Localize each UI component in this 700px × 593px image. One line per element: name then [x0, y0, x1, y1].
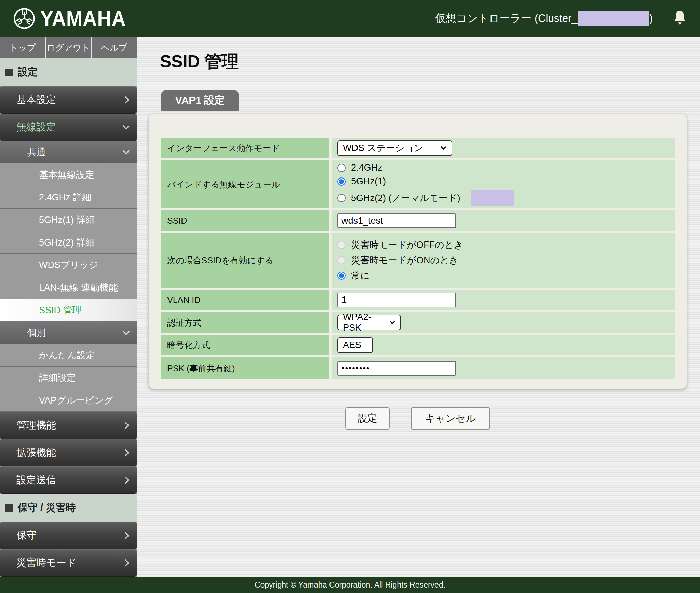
psk-input[interactable] [337, 361, 456, 376]
form-row-bind-module: バインドする無線モジュール 2.4GHz 5GHz(1) 5GHz(2) (ノー… [161, 160, 675, 208]
sidebar-section-settings: 設定 [0, 58, 137, 86]
chevron-right-icon [123, 421, 131, 430]
chevron-right-icon [123, 448, 131, 457]
brand-wordmark: YAMAHA [40, 6, 126, 30]
sidebar-item-extended[interactable]: 拡張機能 [0, 439, 137, 466]
chevron-down-icon [122, 329, 131, 337]
radio-option-24ghz[interactable]: 2.4GHz [337, 162, 382, 173]
sidebar-item-ssid-management[interactable]: SSID 管理 [0, 299, 137, 321]
field-label: インターフェース動作モード [161, 138, 329, 158]
auth-method-select[interactable]: WPA2-PSK [337, 315, 401, 330]
field-label: PSK (事前共有鍵) [161, 357, 329, 379]
sidebar-item-lan-wireless-link[interactable]: LAN-無線 連動機能 [0, 276, 137, 299]
sidebar-item-common[interactable]: 共通 [0, 141, 137, 163]
form-row-ssid: SSID [161, 210, 675, 231]
sidebar-item-wds-bridge[interactable]: WDSブリッジ [0, 254, 137, 276]
sidebar: 設定 基本設定 無線設定 共通 基本無線設定 2.4GHz 詳細 5GHz(1)… [0, 58, 137, 577]
yamaha-tuning-fork-icon [13, 7, 36, 30]
interface-mode-select[interactable]: WDS ステーション [337, 140, 452, 156]
sidebar-item-maintenance[interactable]: 保守 [0, 522, 137, 549]
radio-icon [337, 194, 346, 202]
nav-help[interactable]: ヘルプ [91, 37, 137, 58]
field-label: 次の場合SSIDを有効にする [161, 233, 329, 288]
field-label: 認証方式 [161, 312, 329, 333]
square-bullet-icon [5, 504, 13, 512]
radio-checked-icon [337, 177, 346, 186]
footer-copyright: Copyright © Yamaha Corporation. All Righ… [0, 577, 700, 593]
chevron-down-icon [440, 146, 447, 150]
radio-option-5ghz1[interactable]: 5GHz(1) [337, 176, 386, 187]
selected-value: AES [343, 340, 361, 351]
radio-checked-icon [337, 272, 346, 280]
redaction-box [578, 11, 649, 26]
sidebar-item-basic-wireless[interactable]: 基本無線設定 [0, 163, 137, 186]
field-label: SSID [161, 210, 329, 231]
chevron-down-icon [122, 123, 131, 131]
sidebar-item-wireless-settings[interactable]: 無線設定 [0, 114, 137, 141]
sidebar-item-vap-grouping[interactable]: VAPグルーピング [0, 389, 137, 412]
tab-vap1[interactable]: VAP1 設定 [161, 90, 239, 111]
radio-disabled-icon [337, 256, 346, 264]
chevron-right-icon [123, 476, 131, 485]
controller-title: 仮想コントローラー (Cluster_ ) [435, 11, 653, 26]
notification-bell-button[interactable] [673, 10, 687, 27]
nav-top[interactable]: トップ [0, 37, 45, 58]
chevron-down-icon [389, 320, 395, 325]
app-header: YAMAHA 仮想コントローラー (Cluster_ ) [0, 0, 700, 37]
radio-option-disaster-off[interactable]: 災害時モードがOFFのとき [337, 239, 463, 251]
main-content: SSID 管理 VAP1 設定 インターフェース動作モード WDS ステーション… [137, 37, 700, 577]
yamaha-logo: YAMAHA [13, 6, 133, 30]
square-bullet-icon [5, 69, 13, 76]
sidebar-item-5ghz2-detail[interactable]: 5GHz(2) 詳細 [0, 231, 137, 254]
top-nav: トップ ログアウト ヘルプ [0, 37, 137, 58]
settings-table: インターフェース動作モード WDS ステーション バインドする無線モジュール 2… [161, 138, 675, 379]
controller-suffix: ) [649, 12, 653, 25]
selected-value: WPA2-PSK [343, 312, 383, 333]
radio-disabled-icon [337, 241, 346, 249]
field-label: バインドする無線モジュール [161, 160, 329, 208]
ssid-input[interactable] [337, 213, 456, 228]
sidebar-item-config-send[interactable]: 設定送信 [0, 466, 137, 494]
bell-icon [673, 10, 687, 26]
radio-option-disaster-on[interactable]: 災害時モードがONのとき [337, 254, 458, 266]
sidebar-item-disaster-mode[interactable]: 災害時モード [0, 549, 137, 577]
chevron-right-icon [123, 558, 131, 567]
vlan-id-input[interactable] [337, 293, 456, 307]
submit-button[interactable]: 設定 [345, 407, 390, 430]
sidebar-item-detail-setup[interactable]: 詳細設定 [0, 367, 137, 389]
radio-option-5ghz2[interactable]: 5GHz(2) (ノーマルモード) [337, 190, 514, 206]
chevron-right-icon [123, 95, 131, 104]
field-label: 暗号化方式 [161, 335, 329, 355]
sidebar-item-easy-setup[interactable]: かんたん設定 [0, 344, 137, 367]
sidebar-item-basic-settings[interactable]: 基本設定 [0, 86, 137, 114]
chevron-down-icon [122, 148, 131, 156]
chevron-right-icon [123, 531, 131, 540]
sidebar-item-individual[interactable]: 個別 [0, 321, 137, 344]
form-row-ssid-enable-condition: 次の場合SSIDを有効にする 災害時モードがOFFのとき 災害時モードがONのと… [161, 233, 675, 288]
page-title: SSID 管理 [160, 50, 239, 73]
form-row-encryption: 暗号化方式 AES [161, 335, 675, 355]
sidebar-item-management[interactable]: 管理機能 [0, 412, 137, 439]
radio-option-always[interactable]: 常に [337, 269, 370, 282]
redaction-box [471, 190, 514, 206]
sidebar-item-24ghz-detail[interactable]: 2.4GHz 詳細 [0, 186, 137, 209]
controller-label: 仮想コントローラー (Cluster_ [435, 11, 578, 26]
radio-icon [337, 164, 346, 172]
selected-value: WDS ステーション [343, 142, 434, 154]
form-row-auth-method: 認証方式 WPA2-PSK [161, 312, 675, 333]
form-row-psk: PSK (事前共有鍵) [161, 357, 675, 379]
form-actions: 設定 キャンセル [148, 407, 687, 430]
sidebar-item-5ghz1-detail[interactable]: 5GHz(1) 詳細 [0, 209, 137, 231]
vap1-settings-panel: インターフェース動作モード WDS ステーション バインドする無線モジュール 2… [148, 114, 687, 389]
form-row-interface-mode: インターフェース動作モード WDS ステーション [161, 138, 675, 158]
form-row-vlan-id: VLAN ID [161, 290, 675, 310]
sidebar-section-maintenance: 保守 / 災害時 [0, 494, 137, 522]
nav-logout[interactable]: ログアウト [45, 37, 91, 58]
cancel-button[interactable]: キャンセル [411, 407, 490, 430]
encryption-select[interactable]: AES [337, 337, 373, 353]
field-label: VLAN ID [161, 290, 329, 310]
